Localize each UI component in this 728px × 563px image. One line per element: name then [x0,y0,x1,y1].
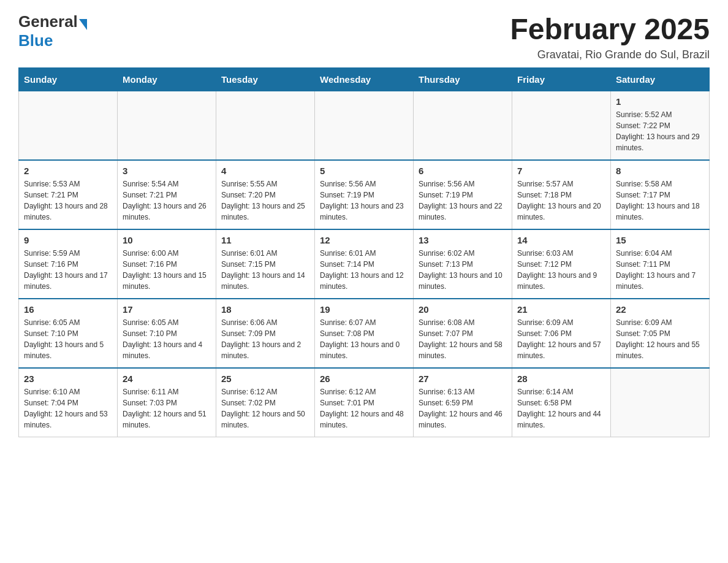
weekday-header-friday: Friday [512,68,611,91]
day-number: 2 [24,166,112,176]
calendar-cell [118,91,216,161]
calendar-cell: 2Sunrise: 5:53 AMSunset: 7:21 PMDaylight… [19,160,118,229]
weekday-header-thursday: Thursday [414,68,512,91]
calendar-cell: 9Sunrise: 5:59 AMSunset: 7:16 PMDaylight… [19,229,118,299]
title-block: February 2025 Gravatai, Rio Grande do Su… [510,12,710,61]
day-info: Sunrise: 6:05 AMSunset: 7:10 PMDaylight:… [123,317,211,361]
logo-text: General [18,12,87,31]
calendar-cell: 15Sunrise: 6:04 AMSunset: 7:11 PMDayligh… [611,229,710,299]
logo: General Blue [18,12,87,50]
day-info: Sunrise: 6:09 AMSunset: 7:05 PMDaylight:… [616,317,704,361]
day-number: 9 [24,235,112,245]
page-header: General Blue February 2025 Gravatai, Rio… [18,12,710,61]
calendar-cell: 21Sunrise: 6:09 AMSunset: 7:06 PMDayligh… [512,299,611,368]
calendar-cell: 5Sunrise: 5:56 AMSunset: 7:19 PMDaylight… [315,160,414,229]
calendar-cell: 3Sunrise: 5:54 AMSunset: 7:21 PMDaylight… [118,160,216,229]
day-number: 24 [123,373,211,384]
day-number: 1 [616,96,704,107]
day-number: 3 [123,166,211,176]
calendar-cell: 7Sunrise: 5:57 AMSunset: 7:18 PMDaylight… [512,160,611,229]
calendar-table: SundayMondayTuesdayWednesdayThursdayFrid… [18,67,710,437]
day-number: 22 [616,304,704,315]
day-number: 6 [419,166,507,176]
day-number: 14 [517,235,605,245]
weekday-header-monday: Monday [118,68,216,91]
day-number: 11 [221,235,309,245]
calendar-cell: 16Sunrise: 6:05 AMSunset: 7:10 PMDayligh… [19,299,118,368]
day-info: Sunrise: 6:13 AMSunset: 6:59 PMDaylight:… [419,386,507,431]
calendar-cell: 8Sunrise: 5:58 AMSunset: 7:17 PMDaylight… [611,160,710,229]
day-info: Sunrise: 6:11 AMSunset: 7:03 PMDaylight:… [123,386,211,431]
calendar-cell: 28Sunrise: 6:14 AMSunset: 6:58 PMDayligh… [512,368,611,437]
calendar-header: SundayMondayTuesdayWednesdayThursdayFrid… [19,68,710,91]
day-info: Sunrise: 5:56 AMSunset: 7:19 PMDaylight:… [320,178,408,223]
day-info: Sunrise: 5:56 AMSunset: 7:19 PMDaylight:… [419,178,507,223]
calendar-cell [512,91,611,161]
day-info: Sunrise: 6:14 AMSunset: 6:58 PMDaylight:… [517,386,605,431]
logo-triangle-icon [79,19,87,30]
weekday-header-row: SundayMondayTuesdayWednesdayThursdayFrid… [19,68,710,91]
day-number: 23 [24,373,112,384]
calendar-week-row: 23Sunrise: 6:10 AMSunset: 7:04 PMDayligh… [19,368,710,437]
calendar-cell: 17Sunrise: 6:05 AMSunset: 7:10 PMDayligh… [118,299,216,368]
day-info: Sunrise: 6:03 AMSunset: 7:12 PMDaylight:… [517,248,605,292]
day-number: 19 [320,304,408,315]
day-info: Sunrise: 6:10 AMSunset: 7:04 PMDaylight:… [24,386,112,431]
day-number: 13 [419,235,507,245]
calendar-cell [216,91,315,161]
day-info: Sunrise: 5:57 AMSunset: 7:18 PMDaylight:… [517,178,605,223]
day-number: 18 [221,304,309,315]
day-info: Sunrise: 6:02 AMSunset: 7:13 PMDaylight:… [419,248,507,292]
calendar-cell [611,368,710,437]
day-info: Sunrise: 5:53 AMSunset: 7:21 PMDaylight:… [24,178,112,223]
day-info: Sunrise: 6:01 AMSunset: 7:14 PMDaylight:… [320,248,408,292]
day-info: Sunrise: 6:04 AMSunset: 7:11 PMDaylight:… [616,248,704,292]
day-number: 21 [517,304,605,315]
day-number: 27 [419,373,507,384]
calendar-subtitle: Gravatai, Rio Grande do Sul, Brazil [510,48,710,61]
calendar-week-row: 9Sunrise: 5:59 AMSunset: 7:16 PMDaylight… [19,229,710,299]
calendar-body: 1Sunrise: 5:52 AMSunset: 7:22 PMDaylight… [19,91,710,437]
day-info: Sunrise: 6:06 AMSunset: 7:09 PMDaylight:… [221,317,309,361]
day-number: 25 [221,373,309,384]
calendar-cell: 12Sunrise: 6:01 AMSunset: 7:14 PMDayligh… [315,229,414,299]
calendar-cell [315,91,414,161]
day-info: Sunrise: 6:01 AMSunset: 7:15 PMDaylight:… [221,248,309,292]
weekday-header-wednesday: Wednesday [315,68,414,91]
day-info: Sunrise: 5:59 AMSunset: 7:16 PMDaylight:… [24,248,112,292]
calendar-cell: 14Sunrise: 6:03 AMSunset: 7:12 PMDayligh… [512,229,611,299]
calendar-week-row: 2Sunrise: 5:53 AMSunset: 7:21 PMDaylight… [19,160,710,229]
day-info: Sunrise: 6:08 AMSunset: 7:07 PMDaylight:… [419,317,507,361]
day-number: 26 [320,373,408,384]
calendar-title: February 2025 [510,12,710,46]
logo-general: General [18,12,78,31]
calendar-cell: 10Sunrise: 6:00 AMSunset: 7:16 PMDayligh… [118,229,216,299]
day-number: 28 [517,373,605,384]
calendar-week-row: 1Sunrise: 5:52 AMSunset: 7:22 PMDaylight… [19,91,710,161]
day-number: 20 [419,304,507,315]
day-number: 10 [123,235,211,245]
day-number: 5 [320,166,408,176]
calendar-cell [19,91,118,161]
calendar-week-row: 16Sunrise: 6:05 AMSunset: 7:10 PMDayligh… [19,299,710,368]
day-info: Sunrise: 6:12 AMSunset: 7:01 PMDaylight:… [320,386,408,431]
day-info: Sunrise: 6:00 AMSunset: 7:16 PMDaylight:… [123,248,211,292]
calendar-cell: 20Sunrise: 6:08 AMSunset: 7:07 PMDayligh… [414,299,512,368]
day-info: Sunrise: 5:54 AMSunset: 7:21 PMDaylight:… [123,178,211,223]
day-number: 15 [616,235,704,245]
day-number: 17 [123,304,211,315]
day-number: 4 [221,166,309,176]
day-info: Sunrise: 5:58 AMSunset: 7:17 PMDaylight:… [616,178,704,223]
day-number: 16 [24,304,112,315]
calendar-cell: 27Sunrise: 6:13 AMSunset: 6:59 PMDayligh… [414,368,512,437]
calendar-cell: 24Sunrise: 6:11 AMSunset: 7:03 PMDayligh… [118,368,216,437]
weekday-header-tuesday: Tuesday [216,68,315,91]
calendar-cell: 6Sunrise: 5:56 AMSunset: 7:19 PMDaylight… [414,160,512,229]
day-info: Sunrise: 5:55 AMSunset: 7:20 PMDaylight:… [221,178,309,223]
weekday-header-saturday: Saturday [611,68,710,91]
day-info: Sunrise: 6:07 AMSunset: 7:08 PMDaylight:… [320,317,408,361]
calendar-cell: 11Sunrise: 6:01 AMSunset: 7:15 PMDayligh… [216,229,315,299]
day-number: 12 [320,235,408,245]
logo-blue-text: Blue [18,31,53,50]
calendar-cell: 25Sunrise: 6:12 AMSunset: 7:02 PMDayligh… [216,368,315,437]
